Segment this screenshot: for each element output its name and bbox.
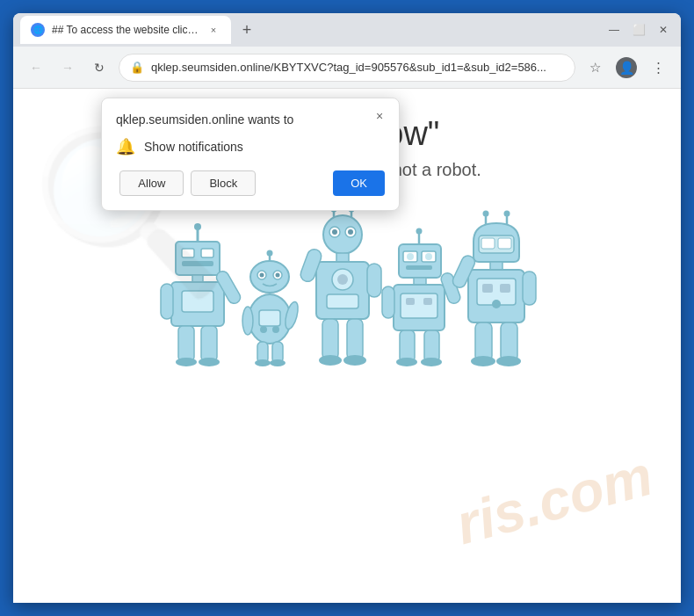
svg-rect-68 — [424, 330, 439, 362]
svg-rect-81 — [482, 284, 493, 293]
svg-rect-45 — [327, 294, 358, 308]
svg-point-21 — [276, 273, 280, 278]
new-tab-button[interactable]: + — [235, 18, 259, 42]
svg-rect-59 — [406, 265, 432, 270]
svg-rect-85 — [523, 272, 536, 305]
svg-point-74 — [504, 211, 510, 217]
popup-close-button[interactable]: × — [369, 105, 390, 127]
svg-point-89 — [496, 356, 521, 366]
svg-rect-86 — [475, 322, 492, 361]
minimize-button[interactable]: — — [604, 19, 625, 40]
reload-button[interactable]: ↻ — [87, 55, 112, 80]
svg-point-40 — [348, 229, 353, 235]
svg-rect-62 — [401, 294, 437, 318]
url-text: qklep.seumsiden.online/KBYTXVC?tag_id=90… — [151, 61, 564, 74]
svg-point-26 — [242, 307, 253, 335]
ok-button[interactable]: OK — [333, 170, 385, 196]
active-tab[interactable]: 🌐 ## To access the website click th... × — [20, 16, 231, 44]
bell-icon: 🔔 — [116, 137, 135, 156]
popup-actions: Allow Block OK — [116, 170, 385, 196]
svg-rect-87 — [501, 322, 517, 361]
svg-rect-76 — [481, 238, 495, 249]
robot-4 — [387, 228, 452, 365]
svg-rect-60 — [414, 278, 426, 285]
svg-point-44 — [337, 274, 348, 285]
svg-rect-63 — [406, 298, 415, 305]
profile-button[interactable]: 👤 — [614, 55, 639, 80]
svg-point-14 — [199, 358, 220, 366]
bookmark-button[interactable]: ☆ — [582, 55, 607, 80]
svg-rect-66 — [382, 286, 394, 318]
svg-rect-49 — [347, 319, 363, 359]
svg-rect-41 — [336, 253, 349, 262]
title-bar: 🌐 ## To access the website click th... ×… — [13, 13, 681, 47]
robot-5 — [461, 211, 531, 365]
svg-rect-82 — [500, 284, 510, 293]
svg-rect-11 — [178, 326, 194, 361]
svg-rect-47 — [367, 264, 381, 297]
svg-point-72 — [483, 211, 489, 217]
svg-point-17 — [250, 261, 289, 293]
svg-point-30 — [255, 359, 271, 366]
browser-window: 🌐 ## To access the website click th... ×… — [13, 13, 681, 603]
svg-rect-64 — [423, 298, 432, 305]
menu-button[interactable]: ⋮ — [646, 55, 670, 80]
tab-close-button[interactable]: × — [206, 23, 220, 37]
address-bar: ← → ↻ 🔒 qklep.seumsiden.online/KBYTXVC?t… — [13, 47, 681, 89]
popup-notification-label: Show notifications — [144, 140, 243, 154]
tab-favicon: 🌐 — [31, 23, 45, 37]
svg-point-57 — [407, 253, 414, 260]
svg-point-88 — [471, 356, 495, 366]
watermark-text: ris.com — [450, 443, 660, 557]
svg-rect-78 — [490, 262, 502, 270]
svg-point-25 — [272, 326, 279, 333]
close-button[interactable]: ✕ — [653, 19, 674, 40]
svg-point-58 — [425, 253, 432, 260]
svg-point-39 — [332, 229, 337, 235]
popup-header: qklep.seumsiden.online wants to — [116, 112, 385, 127]
allow-button[interactable]: Allow — [119, 170, 184, 196]
svg-rect-67 — [400, 330, 415, 362]
svg-rect-12 — [201, 326, 217, 361]
lock-icon: 🔒 — [130, 61, 144, 74]
svg-rect-23 — [259, 310, 280, 326]
back-button[interactable]: ← — [24, 55, 48, 80]
svg-point-69 — [396, 358, 417, 366]
forward-button[interactable]: → — [55, 55, 80, 80]
popup-notification-row: 🔔 Show notifications — [116, 137, 385, 156]
profile-icon: 👤 — [616, 57, 637, 78]
block-button[interactable]: Block — [191, 170, 256, 196]
svg-rect-48 — [322, 319, 338, 359]
omnibox[interactable]: 🔒 qklep.seumsiden.online/KBYTXVC?tag_id=… — [119, 54, 575, 82]
notification-popup: qklep.seumsiden.online wants to × 🔔 Show… — [101, 98, 400, 211]
tab-title: ## To access the website click th... — [52, 24, 199, 36]
robot-2 — [242, 250, 299, 365]
svg-point-50 — [319, 355, 342, 366]
svg-point-24 — [260, 326, 267, 333]
svg-point-31 — [270, 359, 286, 366]
window-controls: — ⬜ ✕ — [604, 19, 674, 40]
robot-3 — [307, 207, 378, 365]
svg-point-51 — [343, 355, 366, 366]
svg-point-16 — [267, 250, 273, 257]
page-content: 🔍 ris.com qklep.seumsiden.online wants t… — [13, 89, 681, 603]
svg-point-53 — [416, 228, 423, 235]
svg-point-13 — [176, 358, 197, 366]
svg-point-83 — [492, 300, 501, 308]
svg-point-36 — [323, 215, 362, 254]
maximize-button[interactable]: ⬜ — [628, 19, 649, 40]
svg-point-20 — [260, 273, 264, 278]
tab-strip: 🌐 ## To access the website click th... ×… — [20, 13, 593, 47]
svg-rect-77 — [498, 238, 511, 249]
svg-point-70 — [421, 358, 442, 366]
